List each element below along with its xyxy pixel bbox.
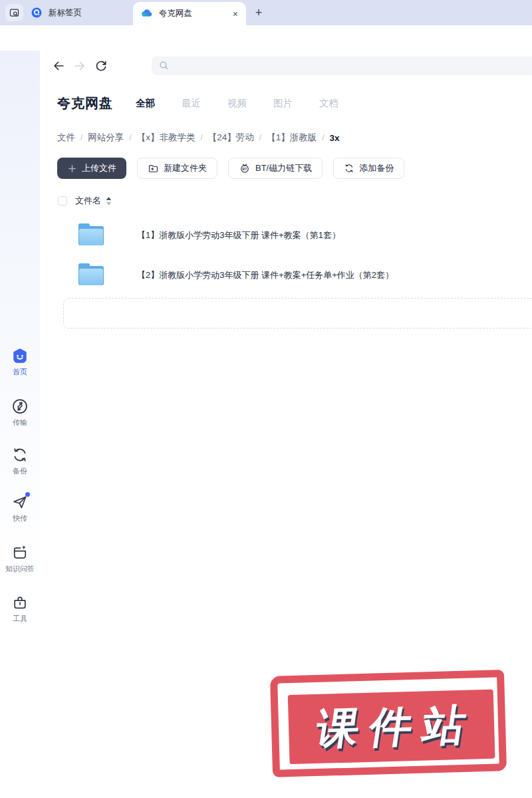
button-label: 上传文件 [82, 162, 116, 174]
svg-text:BT: BT [243, 167, 248, 171]
forward-button[interactable] [72, 58, 88, 74]
tab-title: 夸克网盘 [159, 8, 192, 19]
backup-circle-icon [344, 163, 354, 174]
breadcrumb-separator: / [322, 133, 324, 142]
browser-tab-newtab[interactable]: 新标签页 [31, 0, 82, 25]
button-label: BT/磁力链下载 [255, 162, 312, 174]
tab-image[interactable]: 图片 [273, 97, 293, 110]
folder-icon [78, 263, 104, 285]
breadcrumb-item[interactable]: 网站分享 [88, 132, 124, 144]
sidebar: 首页 传输 [0, 51, 40, 716]
page-title: 夸克网盘 [57, 94, 113, 112]
quick-send-icon [11, 493, 29, 511]
watermark-stamp: 课件站 [270, 670, 507, 777]
new-folder-button[interactable]: 新建文件夹 [137, 158, 217, 179]
sidebar-item-label: 快传 [13, 513, 27, 523]
sidebar-item-label: 知识问答 [5, 564, 35, 574]
tab-search-button[interactable] [5, 4, 23, 21]
sidebar-item-label: 首页 [13, 367, 27, 377]
breadcrumb-separator: / [259, 133, 261, 142]
tab-video[interactable]: 视频 [227, 97, 247, 110]
file-row[interactable]: 【1】浙教版小学劳动3年级下册 课件+教案（第1套） [40, 215, 532, 255]
browser-tab-bar: 新标签页 夸克网盘 × + [0, 0, 532, 25]
drive-header: 夸克网盘 全部 最近 视频 图片 文档 [57, 93, 338, 113]
new-tab-button[interactable]: + [251, 5, 266, 20]
file-list: 【1】浙教版小学劳动3年级下册 课件+教案（第1套） 【2】浙教版小学劳动3年级… [40, 215, 532, 295]
column-filename-label: 文件名 [75, 195, 101, 207]
select-all-checkbox[interactable] [58, 196, 67, 205]
button-label: 添加备份 [359, 162, 394, 174]
bt-magnet-download-button[interactable]: BT BT/磁力链下载 [228, 158, 323, 179]
sidebar-item-label: 传输 [13, 418, 27, 428]
sidebar-item-label: 工具 [13, 614, 27, 624]
add-backup-button[interactable]: 添加备份 [333, 158, 404, 179]
plus-icon [67, 164, 77, 174]
empty-drop-zone [63, 298, 532, 329]
browser-tab-quark-drive[interactable]: 夸克网盘 × [133, 2, 246, 25]
sidebar-item-quick-send[interactable]: 快传 [0, 493, 40, 523]
sidebar-item-label: 备份 [13, 466, 27, 476]
notification-dot [25, 492, 30, 497]
breadcrumb-separator: / [129, 133, 131, 142]
back-button[interactable] [51, 58, 66, 74]
breadcrumb-separator: / [200, 133, 202, 142]
cloud-drive-icon [141, 7, 154, 20]
folder-plus-icon [148, 163, 159, 174]
file-name[interactable]: 【2】浙教版小学劳动3年级下册 课件+教案+任务单+作业（第2套） [137, 269, 394, 281]
breadcrumb-item[interactable]: 文件 [57, 132, 75, 144]
folder-icon [78, 223, 104, 245]
qa-icon [11, 544, 29, 561]
search-icon [158, 60, 170, 72]
button-label: 新建文件夹 [164, 162, 207, 174]
bt-download-icon: BT [239, 162, 251, 174]
file-row[interactable]: 【2】浙教版小学劳动3年级下册 课件+教案+任务单+作业（第2套） [40, 255, 532, 295]
refresh-button[interactable] [93, 58, 109, 74]
sidebar-item-transfer[interactable]: 传输 [0, 398, 40, 428]
address-search-bar[interactable] [152, 57, 532, 75]
sort-icon[interactable] [104, 196, 113, 206]
breadcrumb-item[interactable]: 【1】浙教版 [267, 132, 317, 144]
stamp-inner: 课件站 [288, 690, 495, 765]
sidebar-item-backup[interactable]: 备份 [0, 446, 40, 476]
browser-nav-row [40, 51, 532, 81]
filter-tabs: 全部 最近 视频 图片 文档 [136, 97, 338, 110]
action-toolbar: 上传文件 新建文件夹 BT BT/磁力链下载 [57, 158, 404, 179]
tab-document[interactable]: 文档 [319, 97, 338, 110]
upload-file-button[interactable]: 上传文件 [57, 158, 126, 179]
breadcrumb-item[interactable]: 【24】劳动 [208, 132, 254, 144]
tab-title: 新标签页 [49, 7, 82, 19]
backup-icon [11, 446, 29, 464]
close-icon[interactable]: × [233, 9, 238, 19]
breadcrumb-item[interactable]: 【x】非教学类 [137, 132, 196, 144]
sidebar-item-tools[interactable]: 工具 [0, 594, 40, 624]
stamp-text: 课件站 [304, 703, 479, 750]
transfer-icon [11, 398, 29, 415]
file-name[interactable]: 【1】浙教版小学劳动3年级下册 课件+教案（第1套） [137, 229, 340, 241]
sidebar-item-home[interactable]: 首页 [0, 347, 40, 377]
tab-all[interactable]: 全部 [136, 97, 155, 110]
breadcrumb-current: 3x [330, 133, 340, 143]
quark-logo-icon [31, 7, 43, 19]
tab-recent[interactable]: 最近 [182, 97, 201, 110]
toolbox-icon [11, 594, 29, 611]
file-list-header: 文件名 [58, 195, 113, 207]
quark-browser-window: 新标签页 夸克网盘 × + [0, 0, 532, 798]
breadcrumb-separator: / [80, 133, 82, 142]
home-icon [11, 347, 29, 364]
window-search-icon [9, 7, 20, 19]
sidebar-item-knowledge-qa[interactable]: 知识问答 [0, 544, 40, 574]
breadcrumb: 文件 / 网站分享 / 【x】非教学类 / 【24】劳动 / 【1】浙教版 / … [57, 132, 340, 144]
